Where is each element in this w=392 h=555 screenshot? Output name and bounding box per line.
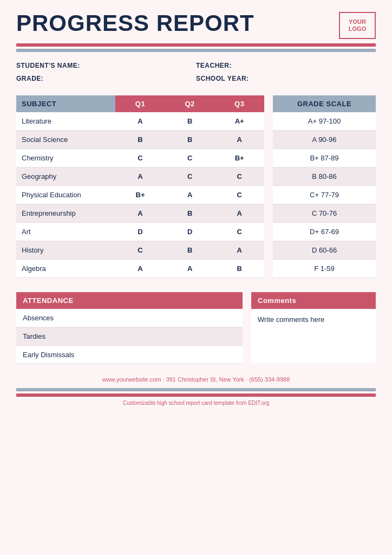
q3-cell: A — [214, 241, 264, 259]
page: PROGRESS REPORT YOURLOGO STUDENT'S NAME:… — [0, 0, 392, 555]
q2-cell: C — [165, 149, 215, 167]
attendance-header: ATTENDANCE — [16, 292, 243, 309]
teacher-label: TEACHER: — [196, 62, 376, 69]
q1-cell: A — [115, 260, 165, 278]
logo-text: YOURLOGO — [349, 18, 366, 33]
q3-cell: A+ — [214, 112, 264, 130]
subject-cell: Literature — [16, 112, 115, 130]
logo-box: YOURLOGO — [339, 12, 376, 39]
table-row: History C B A — [16, 241, 264, 260]
scale-row: A+ 97-100 — [273, 112, 376, 131]
comments-section: Comments Write comments here — [251, 292, 376, 364]
scale-row: C 70-76 — [273, 204, 376, 223]
bottom-content: ATTENDANCE AbsencesTardiesEarly Dismissa… — [0, 283, 392, 370]
school-year-label: SCHOOL YEAR: — [196, 75, 376, 82]
grade-scale-header: GRADE SCALE — [273, 95, 376, 112]
scale-row: C+ 77-79 — [273, 186, 376, 204]
comments-body[interactable]: Write comments here — [251, 309, 376, 363]
grade-scale-section: GRADE SCALE A+ 97-100A 90-96B+ 87-89B 80… — [273, 95, 376, 278]
subject-cell: Chemistry — [16, 149, 115, 167]
table-row: Chemistry C C B+ — [16, 149, 264, 167]
q3-cell: B+ — [214, 149, 264, 167]
scale-row: A 90-96 — [273, 131, 376, 149]
attendance-body: AbsencesTardiesEarly Dismissals — [16, 309, 243, 364]
subject-cell: Social Science — [16, 131, 115, 149]
q2-cell: D — [165, 223, 215, 241]
q3-cell: A — [214, 204, 264, 222]
page-title: PROGRESS REPORT — [16, 12, 254, 35]
col-header-q3: Q3 — [214, 95, 264, 112]
attendance-row: Early Dismissals — [16, 346, 243, 364]
subject-cell: Geography — [16, 167, 115, 185]
header: PROGRESS REPORT YOURLOGO — [0, 0, 392, 39]
table-row: Social Science B B A — [16, 131, 264, 149]
table-row: Algebra A A B — [16, 260, 264, 278]
q3-cell: C — [214, 167, 264, 185]
q2-cell: B — [165, 204, 215, 222]
col-header-subject: SUBJECT — [16, 95, 115, 112]
subject-cell: Entrepreneurship — [16, 204, 115, 222]
q3-cell: C — [214, 186, 264, 204]
q1-cell: C — [115, 241, 165, 259]
q1-cell: A — [115, 112, 165, 130]
scale-row: F 1-59 — [273, 260, 376, 278]
accent-bar-pink-top — [16, 43, 376, 47]
table-row: Literature A B A+ — [16, 112, 264, 131]
q2-cell: A — [165, 186, 215, 204]
q3-cell: B — [214, 260, 264, 278]
q1-cell: B+ — [115, 186, 165, 204]
subject-cell: Art — [16, 223, 115, 241]
table-row: Entrepreneurship A B A — [16, 204, 264, 223]
scale-row: D+ 67-69 — [273, 223, 376, 241]
student-info-section: STUDENT'S NAME: TEACHER: GRADE: SCHOOL Y… — [0, 52, 392, 88]
q1-cell: A — [115, 167, 165, 185]
q1-cell: B — [115, 131, 165, 149]
footer-contact: www.yourwebsite.com · 391 Christopher St… — [0, 370, 392, 386]
table-row: Geography A C C — [16, 167, 264, 186]
q1-cell: D — [115, 223, 165, 241]
subject-cell: Physical Education — [16, 186, 115, 204]
subject-cell: History — [16, 241, 115, 259]
student-name-label: STUDENT'S NAME: — [16, 62, 196, 69]
col-header-q1: Q1 — [115, 95, 165, 112]
footer-credit: Customizable high school report card tem… — [0, 397, 392, 411]
q2-cell: B — [165, 131, 215, 149]
attendance-row: Absences — [16, 309, 243, 327]
grade-scale-body: A+ 97-100A 90-96B+ 87-89B 80-86C+ 77-79C… — [273, 112, 376, 278]
subject-cell: Algebra — [16, 260, 115, 278]
q1-cell: A — [115, 204, 165, 222]
q3-cell: C — [214, 223, 264, 241]
grades-table-header: SUBJECT Q1 Q2 Q3 — [16, 95, 264, 112]
scale-row: B 80-86 — [273, 167, 376, 186]
q2-cell: C — [165, 167, 215, 185]
q2-cell: A — [165, 260, 215, 278]
grade-label: GRADE: — [16, 75, 196, 82]
attendance-section: ATTENDANCE AbsencesTardiesEarly Dismissa… — [16, 292, 243, 364]
scale-row: B+ 87-89 — [273, 149, 376, 167]
col-header-q2: Q2 — [165, 95, 215, 112]
main-content: SUBJECT Q1 Q2 Q3 Literature A B A+ Socia… — [0, 88, 392, 283]
q2-cell: B — [165, 241, 215, 259]
table-row: Physical Education B+ A C — [16, 186, 264, 204]
footer-bar-gray — [16, 388, 376, 391]
comments-header: Comments — [251, 292, 376, 309]
scale-row: D 60-66 — [273, 241, 376, 260]
q2-cell: B — [165, 112, 215, 130]
q3-cell: A — [214, 131, 264, 149]
table-row: Art D D C — [16, 223, 264, 241]
q1-cell: C — [115, 149, 165, 167]
grades-section: SUBJECT Q1 Q2 Q3 Literature A B A+ Socia… — [16, 95, 264, 278]
grades-table-body: Literature A B A+ Social Science B B A C… — [16, 112, 264, 278]
attendance-row: Tardies — [16, 327, 243, 346]
